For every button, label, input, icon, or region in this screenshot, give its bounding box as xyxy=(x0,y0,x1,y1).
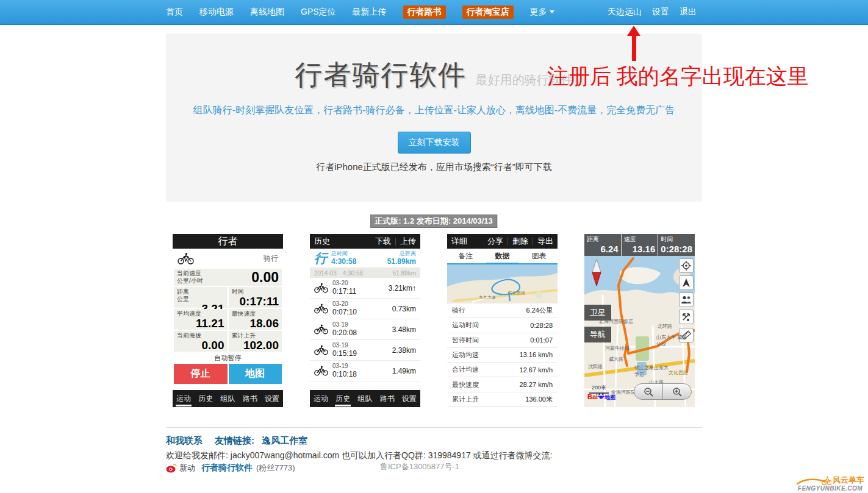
feature-line: 组队骑行-时刻掌握队友位置，行者路书-骑行必备，上传位置-让家人放心，离线地图-… xyxy=(166,104,702,117)
history-list-item[interactable]: 03-200:17:11 3.21km↑ xyxy=(310,278,420,299)
nav-latest-upload[interactable]: 最新上传 xyxy=(353,7,387,18)
tab-history[interactable]: 历史 xyxy=(197,390,214,407)
locate-button[interactable] xyxy=(679,258,694,273)
stat-value: 11.21 xyxy=(196,317,224,329)
screenshot-detail-screen: 详细 分享 删除 导出 备注 数据 图表 九九大厦 文化西路 骑行6.24公里 … xyxy=(447,234,558,407)
history-list-item[interactable]: 03-190:20:08 3.48km xyxy=(310,319,420,340)
total-time-label: 总时间 xyxy=(331,250,356,257)
stat-label: 当前速度 xyxy=(177,270,203,277)
stat-max-speed: 最快速度 18.06 xyxy=(229,309,282,330)
nav-logout[interactable]: 退出 xyxy=(680,7,697,18)
phone1-tabbar: 运动 历史 组队 路书 设置 xyxy=(173,390,283,407)
nav-taobao-badge[interactable]: 行者淘宝店 xyxy=(462,5,514,19)
nav-settings[interactable]: 设置 xyxy=(652,7,669,18)
watermark-en: FENGYUNBIKE.COM xyxy=(796,486,864,492)
row-value: 0:28:28 xyxy=(530,322,553,329)
phone1-mode-row[interactable]: 骑行 xyxy=(173,249,283,269)
tab-routebook[interactable]: 路书 xyxy=(379,390,396,407)
tab-sport[interactable]: 运动 xyxy=(312,390,329,407)
row-value: 0:01:07 xyxy=(530,336,553,344)
cyclist-icon xyxy=(314,303,328,314)
nav-power-bank[interactable]: 移动电源 xyxy=(199,7,234,18)
phone3-title: 详细 xyxy=(451,236,467,247)
zoom-out-button[interactable] xyxy=(634,384,662,399)
nav-home[interactable]: 首页 xyxy=(166,7,183,18)
email-link[interactable]: jacky007wang@hotmail.com xyxy=(231,450,339,460)
entry-time: 0:17:11 xyxy=(332,287,356,296)
detail-row: 最快速度28.27 km/h xyxy=(447,377,558,392)
baidu-bai: Bai xyxy=(587,393,598,400)
tab-settings[interactable]: 设置 xyxy=(401,390,418,407)
version-badge: 正式版: 1.2 发布日期: 2014/03/13 xyxy=(370,215,497,228)
detail-row: 合计均速12.67 km/h xyxy=(447,363,558,377)
download-button[interactable]: 立刻下载安装 xyxy=(398,132,471,154)
nav-route-book-badge[interactable]: 行者路书 xyxy=(403,5,446,19)
magnifier-minus-icon xyxy=(644,387,653,397)
screenshot-history-screen: 历史 下载 上传 行 总时间 4:30:58 总距离 51.89km 2014-… xyxy=(310,234,420,407)
entry-date: 03-19 xyxy=(332,363,357,371)
teammates-button[interactable] xyxy=(679,293,694,307)
row-label: 运动时间 xyxy=(452,321,479,330)
iphone-release-note: 行者iPhone正式版已经发布，应用市场搜索“行者”即可下载 xyxy=(166,161,702,173)
delete-action[interactable]: 删除 xyxy=(512,236,528,247)
friend-link-yifeng[interactable]: 逸风工作室 xyxy=(262,435,307,447)
navigation-button[interactable]: 导航 xyxy=(584,327,611,342)
magnifier-plus-icon xyxy=(672,387,682,397)
entry-date: 03-20 xyxy=(332,300,357,308)
detail-row: 运动均速13.16 km/h xyxy=(447,348,558,363)
email-prefix: 欢迎给我发邮件: xyxy=(166,450,228,460)
nav-gps[interactable]: GPS定位 xyxy=(301,7,336,18)
contact-link[interactable]: 和我联系 xyxy=(166,435,203,447)
total-distance-value: 51.89km xyxy=(387,257,416,266)
map-button[interactable]: 地图 xyxy=(229,364,282,384)
upload-action[interactable]: 上传 xyxy=(400,236,416,247)
map-label: 北环路 xyxy=(658,323,672,330)
route-junction-button[interactable] xyxy=(679,310,694,324)
stat-distance: 距离公里 3.21 xyxy=(174,287,228,308)
map-label: 文化西路 xyxy=(508,290,525,296)
fengyunbike-logo-icon xyxy=(796,476,831,486)
history-summary-row: 行 总时间 4:30:58 总距离 51.89km xyxy=(310,249,420,268)
tab-team[interactable]: 组队 xyxy=(356,390,373,407)
month-label: 2014-03 xyxy=(314,270,337,277)
stop-button[interactable]: 停止 xyxy=(174,364,228,384)
tab-chart[interactable]: 图表 xyxy=(521,249,558,263)
tab-data[interactable]: 数据 xyxy=(484,249,520,263)
red-arrow-stem xyxy=(632,35,636,61)
history-list-item[interactable]: 03-190:15:19 2.38km xyxy=(310,340,420,361)
export-action[interactable]: 导出 xyxy=(537,236,553,247)
weibo-text: 或通过行者微博交流: xyxy=(473,450,553,460)
history-list-item[interactable]: 03-190:10:18 1.49km xyxy=(310,361,420,381)
total-distance-label: 总距离 xyxy=(387,250,416,257)
nav-username[interactable]: 天边远山 xyxy=(608,7,642,18)
map-label: 山东大学 威海分校 xyxy=(656,334,690,347)
nav-more-menu[interactable]: 更多 xyxy=(530,7,554,18)
stat-value: 0:17:11 xyxy=(240,296,279,307)
tab-history[interactable]: 历史 xyxy=(334,390,351,407)
weibo-app-link[interactable]: 行者骑行软件 xyxy=(201,463,253,473)
stat-label: 距离 xyxy=(177,288,224,296)
share-action[interactable]: 分享 xyxy=(487,236,503,247)
row-value: 6.24公里 xyxy=(526,306,553,315)
stat-label: 速度 xyxy=(624,235,656,244)
entry-distance: 0.73km xyxy=(392,305,416,313)
tab-team[interactable]: 组队 xyxy=(219,390,236,407)
route-map-thumbnail[interactable]: 九九大厦 文化西路 xyxy=(447,264,558,303)
map-label: 北海湾国际饭店 xyxy=(599,318,633,325)
phone2-titlebar: 历史 下载 上传 xyxy=(310,234,420,249)
compass-icon[interactable] xyxy=(590,258,603,286)
junction-arrows-icon xyxy=(681,312,691,322)
history-list-item[interactable]: 03-200:07:10 0.73km xyxy=(310,299,420,319)
tab-routebook[interactable]: 路书 xyxy=(242,390,259,407)
nav-offline-map[interactable]: 离线地图 xyxy=(250,7,284,18)
navigate-arrow-button[interactable] xyxy=(679,275,694,290)
tab-sport[interactable]: 运动 xyxy=(175,390,192,407)
row-label: 累计上升 xyxy=(452,395,479,404)
tab-settings[interactable]: 设置 xyxy=(264,390,281,407)
divider xyxy=(395,238,396,246)
map-label: 文化西路 xyxy=(669,369,688,376)
tab-notes[interactable]: 备注 xyxy=(447,249,484,263)
zoom-in-button[interactable] xyxy=(663,384,691,399)
qq-number: 319984917 xyxy=(428,450,471,460)
download-action[interactable]: 下载 xyxy=(375,236,391,247)
